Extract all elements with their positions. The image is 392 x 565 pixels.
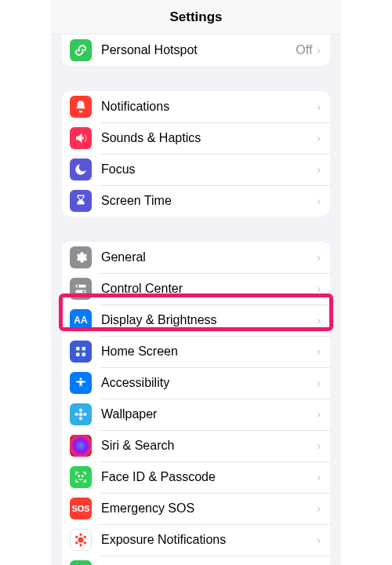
siri-icon (70, 435, 92, 457)
accessibility-icon (70, 372, 92, 394)
row-display-brightness[interactable]: AA Display & Brightness › (62, 304, 330, 336)
row-value: Off (296, 43, 312, 57)
switch-icon (70, 278, 92, 300)
row-label: Face ID & Passcode (101, 470, 317, 484)
grid-icon (70, 341, 92, 363)
row-battery[interactable]: Battery › (62, 556, 330, 565)
page-title: Settings (169, 9, 222, 25)
row-general[interactable]: General › (62, 242, 330, 273)
settings-group-connectivity: Personal Hotspot Off › (62, 35, 330, 66)
chevron-right-icon: › (317, 408, 321, 421)
row-label: Home Screen (101, 344, 317, 359)
chevron-right-icon: › (317, 345, 321, 358)
row-label: Emergency SOS (101, 501, 317, 516)
chevron-right-icon: › (317, 471, 321, 483)
svg-point-9 (79, 413, 83, 417)
svg-point-3 (82, 290, 85, 293)
row-label: Notifications (101, 100, 317, 114)
row-label: Control Center (101, 282, 317, 296)
header: Settings (51, 0, 341, 35)
svg-point-14 (78, 476, 80, 477)
row-label: General (101, 250, 317, 264)
chevron-right-icon: › (317, 251, 321, 264)
row-emergency-sos[interactable]: SOS Emergency SOS › (62, 493, 330, 524)
sos-icon: SOS (70, 498, 92, 519)
svg-point-2 (77, 285, 79, 287)
row-sounds-haptics[interactable]: Sounds & Haptics › (62, 122, 330, 154)
svg-point-15 (82, 476, 84, 477)
row-label: Wallpaper (101, 407, 317, 421)
hourglass-icon (70, 190, 92, 212)
row-siri-search[interactable]: Siri & Search › (62, 430, 330, 461)
chevron-right-icon: › (317, 314, 321, 326)
link-icon (70, 39, 92, 61)
row-faceid-passcode[interactable]: Face ID & Passcode › (62, 461, 330, 493)
chevron-right-icon: › (317, 439, 321, 452)
gear-icon (70, 246, 92, 268)
row-label: Screen Time (101, 194, 317, 208)
row-label: Sounds & Haptics (101, 131, 317, 145)
row-accessibility[interactable]: Accessibility › (62, 367, 330, 399)
row-label: Focus (101, 162, 317, 177)
row-wallpaper[interactable]: Wallpaper › (62, 399, 330, 430)
chevron-right-icon: › (317, 132, 321, 144)
bell-icon (70, 96, 92, 118)
row-label: Exposure Notifications (101, 533, 317, 547)
exposure-icon (70, 529, 92, 551)
chevron-right-icon: › (317, 534, 321, 546)
svg-point-21 (84, 542, 85, 544)
svg-point-22 (80, 534, 82, 535)
chevron-right-icon: › (317, 377, 321, 389)
row-notifications[interactable]: Notifications › (62, 91, 330, 122)
speaker-icon (70, 127, 92, 149)
svg-point-20 (76, 542, 78, 544)
chevron-right-icon: › (317, 195, 321, 207)
chevron-right-icon: › (317, 502, 321, 515)
flower-icon (70, 403, 92, 425)
svg-point-13 (83, 413, 87, 417)
svg-point-12 (75, 413, 79, 417)
chevron-right-icon: › (317, 100, 321, 113)
row-screen-time[interactable]: Screen Time › (62, 185, 330, 217)
svg-point-11 (79, 417, 83, 421)
chevron-right-icon: › (317, 282, 321, 295)
svg-rect-6 (76, 353, 80, 357)
svg-point-18 (76, 536, 78, 538)
faceid-icon (70, 466, 92, 488)
row-label: Display & Brightness (101, 313, 317, 327)
chevron-right-icon: › (317, 163, 321, 176)
svg-point-8 (80, 377, 82, 380)
svg-rect-4 (76, 347, 80, 351)
svg-rect-5 (82, 347, 86, 351)
aa-icon: AA (70, 309, 92, 331)
row-focus[interactable]: Focus › (62, 154, 330, 185)
svg-point-19 (84, 536, 85, 538)
settings-group-general: General › Control Center › AA Display & … (62, 242, 330, 565)
settings-group-notifications: Notifications › Sounds & Haptics › Focus… (62, 91, 330, 217)
row-label: Accessibility (101, 376, 317, 390)
row-home-screen[interactable]: Home Screen › (62, 336, 330, 367)
svg-point-10 (79, 409, 83, 413)
row-label: Siri & Search (101, 439, 317, 453)
svg-rect-7 (82, 353, 86, 357)
chevron-right-icon: › (317, 44, 321, 56)
row-control-center[interactable]: Control Center › (62, 273, 330, 304)
battery-icon (70, 560, 92, 565)
row-label: Personal Hotspot (101, 43, 296, 57)
svg-point-23 (80, 545, 82, 546)
row-personal-hotspot[interactable]: Personal Hotspot Off › (62, 35, 330, 66)
moon-icon (70, 159, 92, 180)
row-exposure-notifications[interactable]: Exposure Notifications › (62, 524, 330, 556)
